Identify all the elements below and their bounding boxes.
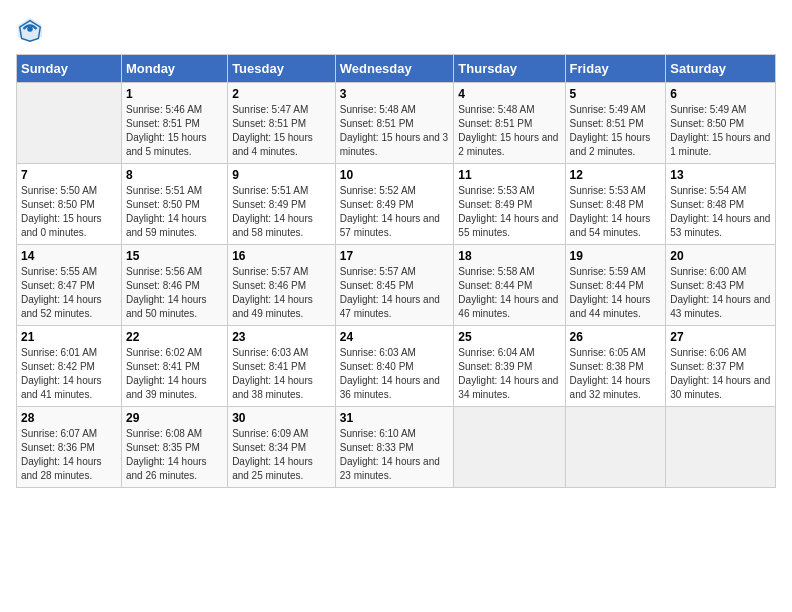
day-info: Sunrise: 6:03 AM Sunset: 8:40 PM Dayligh… [340, 346, 450, 402]
day-number: 16 [232, 249, 331, 263]
day-number: 11 [458, 168, 560, 182]
day-cell: 11 Sunrise: 5:53 AM Sunset: 8:49 PM Dayl… [454, 164, 565, 245]
day-info: Sunrise: 6:09 AM Sunset: 8:34 PM Dayligh… [232, 427, 331, 483]
day-info: Sunrise: 5:48 AM Sunset: 8:51 PM Dayligh… [458, 103, 560, 159]
day-number: 15 [126, 249, 223, 263]
day-number: 3 [340, 87, 450, 101]
day-cell: 25 Sunrise: 6:04 AM Sunset: 8:39 PM Dayl… [454, 326, 565, 407]
header-cell-saturday: Saturday [666, 55, 776, 83]
day-cell: 3 Sunrise: 5:48 AM Sunset: 8:51 PM Dayli… [335, 83, 454, 164]
day-cell: 2 Sunrise: 5:47 AM Sunset: 8:51 PM Dayli… [228, 83, 336, 164]
day-number: 5 [570, 87, 662, 101]
day-cell: 17 Sunrise: 5:57 AM Sunset: 8:45 PM Dayl… [335, 245, 454, 326]
day-number: 21 [21, 330, 117, 344]
day-info: Sunrise: 5:51 AM Sunset: 8:49 PM Dayligh… [232, 184, 331, 240]
day-cell: 29 Sunrise: 6:08 AM Sunset: 8:35 PM Dayl… [121, 407, 227, 488]
day-number: 29 [126, 411, 223, 425]
day-cell: 7 Sunrise: 5:50 AM Sunset: 8:50 PM Dayli… [17, 164, 122, 245]
day-number: 23 [232, 330, 331, 344]
calendar-table: SundayMondayTuesdayWednesdayThursdayFrid… [16, 54, 776, 488]
day-number: 27 [670, 330, 771, 344]
day-info: Sunrise: 5:58 AM Sunset: 8:44 PM Dayligh… [458, 265, 560, 321]
day-info: Sunrise: 6:06 AM Sunset: 8:37 PM Dayligh… [670, 346, 771, 402]
day-number: 7 [21, 168, 117, 182]
day-cell: 24 Sunrise: 6:03 AM Sunset: 8:40 PM Dayl… [335, 326, 454, 407]
week-row-4: 21 Sunrise: 6:01 AM Sunset: 8:42 PM Dayl… [17, 326, 776, 407]
day-number: 9 [232, 168, 331, 182]
day-cell: 1 Sunrise: 5:46 AM Sunset: 8:51 PM Dayli… [121, 83, 227, 164]
day-number: 2 [232, 87, 331, 101]
day-cell: 5 Sunrise: 5:49 AM Sunset: 8:51 PM Dayli… [565, 83, 666, 164]
day-number: 25 [458, 330, 560, 344]
header-cell-friday: Friday [565, 55, 666, 83]
day-cell: 28 Sunrise: 6:07 AM Sunset: 8:36 PM Dayl… [17, 407, 122, 488]
day-number: 31 [340, 411, 450, 425]
day-number: 28 [21, 411, 117, 425]
day-info: Sunrise: 5:53 AM Sunset: 8:49 PM Dayligh… [458, 184, 560, 240]
day-cell: 6 Sunrise: 5:49 AM Sunset: 8:50 PM Dayli… [666, 83, 776, 164]
page-header [16, 16, 776, 44]
day-number: 26 [570, 330, 662, 344]
day-info: Sunrise: 6:01 AM Sunset: 8:42 PM Dayligh… [21, 346, 117, 402]
day-cell [666, 407, 776, 488]
day-info: Sunrise: 5:56 AM Sunset: 8:46 PM Dayligh… [126, 265, 223, 321]
day-cell: 13 Sunrise: 5:54 AM Sunset: 8:48 PM Dayl… [666, 164, 776, 245]
day-cell [17, 83, 122, 164]
day-cell: 27 Sunrise: 6:06 AM Sunset: 8:37 PM Dayl… [666, 326, 776, 407]
day-info: Sunrise: 5:59 AM Sunset: 8:44 PM Dayligh… [570, 265, 662, 321]
day-cell: 31 Sunrise: 6:10 AM Sunset: 8:33 PM Dayl… [335, 407, 454, 488]
day-info: Sunrise: 6:00 AM Sunset: 8:43 PM Dayligh… [670, 265, 771, 321]
day-cell: 20 Sunrise: 6:00 AM Sunset: 8:43 PM Dayl… [666, 245, 776, 326]
day-cell: 10 Sunrise: 5:52 AM Sunset: 8:49 PM Dayl… [335, 164, 454, 245]
day-info: Sunrise: 5:51 AM Sunset: 8:50 PM Dayligh… [126, 184, 223, 240]
header-cell-wednesday: Wednesday [335, 55, 454, 83]
day-cell: 16 Sunrise: 5:57 AM Sunset: 8:46 PM Dayl… [228, 245, 336, 326]
day-number: 8 [126, 168, 223, 182]
day-number: 18 [458, 249, 560, 263]
day-info: Sunrise: 5:52 AM Sunset: 8:49 PM Dayligh… [340, 184, 450, 240]
day-number: 6 [670, 87, 771, 101]
day-cell: 15 Sunrise: 5:56 AM Sunset: 8:46 PM Dayl… [121, 245, 227, 326]
day-number: 19 [570, 249, 662, 263]
day-number: 30 [232, 411, 331, 425]
day-number: 14 [21, 249, 117, 263]
day-cell: 30 Sunrise: 6:09 AM Sunset: 8:34 PM Dayl… [228, 407, 336, 488]
day-number: 1 [126, 87, 223, 101]
day-cell [454, 407, 565, 488]
day-cell [565, 407, 666, 488]
day-cell: 18 Sunrise: 5:58 AM Sunset: 8:44 PM Dayl… [454, 245, 565, 326]
day-info: Sunrise: 5:50 AM Sunset: 8:50 PM Dayligh… [21, 184, 117, 240]
day-cell: 19 Sunrise: 5:59 AM Sunset: 8:44 PM Dayl… [565, 245, 666, 326]
day-number: 10 [340, 168, 450, 182]
week-row-2: 7 Sunrise: 5:50 AM Sunset: 8:50 PM Dayli… [17, 164, 776, 245]
header-cell-tuesday: Tuesday [228, 55, 336, 83]
header-cell-thursday: Thursday [454, 55, 565, 83]
day-info: Sunrise: 6:07 AM Sunset: 8:36 PM Dayligh… [21, 427, 117, 483]
day-cell: 4 Sunrise: 5:48 AM Sunset: 8:51 PM Dayli… [454, 83, 565, 164]
header-row: SundayMondayTuesdayWednesdayThursdayFrid… [17, 55, 776, 83]
day-cell: 22 Sunrise: 6:02 AM Sunset: 8:41 PM Dayl… [121, 326, 227, 407]
logo-icon [16, 16, 44, 44]
day-info: Sunrise: 6:10 AM Sunset: 8:33 PM Dayligh… [340, 427, 450, 483]
svg-point-2 [27, 26, 33, 32]
week-row-1: 1 Sunrise: 5:46 AM Sunset: 8:51 PM Dayli… [17, 83, 776, 164]
day-info: Sunrise: 6:03 AM Sunset: 8:41 PM Dayligh… [232, 346, 331, 402]
header-cell-monday: Monday [121, 55, 227, 83]
day-info: Sunrise: 5:53 AM Sunset: 8:48 PM Dayligh… [570, 184, 662, 240]
day-info: Sunrise: 5:49 AM Sunset: 8:50 PM Dayligh… [670, 103, 771, 159]
day-info: Sunrise: 5:57 AM Sunset: 8:45 PM Dayligh… [340, 265, 450, 321]
day-info: Sunrise: 5:47 AM Sunset: 8:51 PM Dayligh… [232, 103, 331, 159]
day-number: 22 [126, 330, 223, 344]
day-number: 13 [670, 168, 771, 182]
day-info: Sunrise: 5:54 AM Sunset: 8:48 PM Dayligh… [670, 184, 771, 240]
day-number: 24 [340, 330, 450, 344]
day-cell: 21 Sunrise: 6:01 AM Sunset: 8:42 PM Dayl… [17, 326, 122, 407]
day-cell: 14 Sunrise: 5:55 AM Sunset: 8:47 PM Dayl… [17, 245, 122, 326]
day-info: Sunrise: 5:48 AM Sunset: 8:51 PM Dayligh… [340, 103, 450, 159]
day-info: Sunrise: 5:57 AM Sunset: 8:46 PM Dayligh… [232, 265, 331, 321]
day-number: 4 [458, 87, 560, 101]
day-info: Sunrise: 5:46 AM Sunset: 8:51 PM Dayligh… [126, 103, 223, 159]
day-number: 20 [670, 249, 771, 263]
day-info: Sunrise: 6:04 AM Sunset: 8:39 PM Dayligh… [458, 346, 560, 402]
day-info: Sunrise: 6:02 AM Sunset: 8:41 PM Dayligh… [126, 346, 223, 402]
